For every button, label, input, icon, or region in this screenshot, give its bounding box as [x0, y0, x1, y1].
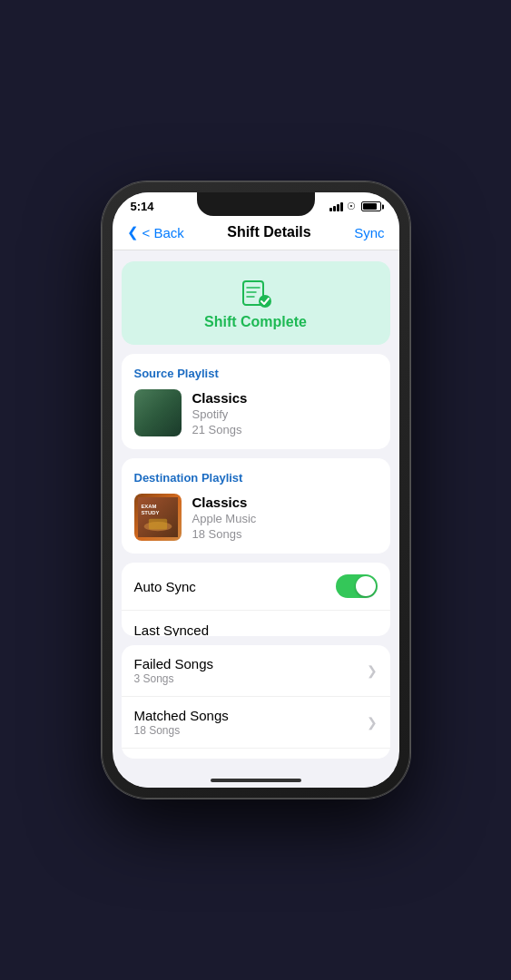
destination-playlist-name: Classics	[192, 495, 257, 510]
svg-rect-10	[148, 519, 166, 530]
status-icons: ☉	[329, 201, 381, 212]
svg-text:EXAM: EXAM	[141, 504, 156, 509]
phone-screen: 5:14 ☉ ❮ < Back Shift Details	[113, 192, 399, 788]
sync-settings-card: Auto Sync Last Synced 15 seconds ago	[122, 563, 390, 636]
destination-playlist-service: Apple Music	[192, 512, 257, 525]
last-synced-row: Last Synced 15 seconds ago	[122, 610, 390, 636]
matched-songs-title: Matched Songs	[134, 708, 229, 723]
failed-songs-row[interactable]: Failed Songs 3 Songs ❯	[122, 645, 390, 696]
page-title: Shift Details	[227, 224, 310, 240]
destination-playlist-info: Classics Apple Music 18 Songs	[192, 495, 257, 541]
destination-playlist-thumbnail: EXAM STUDY	[134, 494, 182, 541]
source-playlist-section-label: Source Playlist	[134, 367, 378, 380]
wifi-icon: ☉	[347, 201, 356, 212]
source-playlist-info: Classics Spotify 21 Songs	[192, 390, 248, 436]
matched-songs-info: Matched Songs 18 Songs	[134, 708, 229, 737]
destination-playlist-count: 18 Songs	[192, 527, 257, 541]
source-playlist-row: Classics Spotify 21 Songs	[134, 389, 378, 436]
destination-playlist-card: Destination Playlist	[122, 458, 390, 554]
auto-sync-toggle[interactable]	[336, 574, 378, 598]
destination-playlist-row: EXAM STUDY Classics Apple Music 18 Songs	[134, 494, 378, 541]
home-indicator	[113, 769, 399, 788]
source-playlist-card: Source Playlist Classics Spotify 21 Song…	[122, 354, 390, 449]
auto-sync-label: Auto Sync	[134, 579, 196, 594]
scroll-content: Shift Complete Source Playlist Classics …	[113, 250, 399, 769]
nav-bar: ❮ < Back Shift Details Sync	[113, 217, 399, 250]
shift-complete-icon	[240, 276, 272, 309]
back-button[interactable]: ❮ < Back	[127, 224, 184, 240]
battery-icon	[361, 201, 381, 211]
pending-songs-row[interactable]: Pending Songs 0 Songs ❯	[122, 748, 390, 759]
matched-songs-count: 18 Songs	[134, 724, 229, 737]
back-label: < Back	[142, 225, 184, 240]
shift-complete-banner: Shift Complete	[122, 261, 390, 345]
failed-songs-chevron-icon: ❯	[367, 663, 378, 678]
toggle-knob	[356, 576, 376, 596]
source-playlist-name: Classics	[192, 390, 248, 406]
last-synced-label: Last Synced	[134, 622, 211, 636]
failed-songs-info: Failed Songs 3 Songs	[134, 656, 214, 685]
matched-songs-row[interactable]: Matched Songs 18 Songs ❯	[122, 696, 390, 748]
sync-button[interactable]: Sync	[354, 225, 384, 240]
shift-complete-label: Shift Complete	[204, 314, 307, 330]
notch	[197, 192, 315, 216]
source-playlist-count: 21 Songs	[192, 423, 248, 436]
back-chevron-icon: ❮	[127, 224, 139, 240]
auto-sync-row: Auto Sync	[122, 563, 390, 610]
signal-icon	[329, 202, 343, 211]
source-playlist-thumbnail	[134, 389, 182, 436]
svg-text:STUDY: STUDY	[141, 510, 159, 515]
home-bar	[211, 779, 301, 782]
destination-playlist-section-label: Destination Playlist	[134, 471, 378, 485]
phone-frame: 5:14 ☉ ❮ < Back Shift Details	[102, 181, 410, 799]
matched-songs-chevron-icon: ❯	[367, 715, 378, 730]
status-time: 5:14	[131, 200, 154, 213]
source-playlist-service: Spotify	[192, 407, 248, 421]
failed-songs-count: 3 Songs	[134, 672, 214, 685]
failed-songs-title: Failed Songs	[134, 656, 214, 671]
songs-list-card: Failed Songs 3 Songs ❯ Matched Songs 18 …	[122, 645, 390, 759]
